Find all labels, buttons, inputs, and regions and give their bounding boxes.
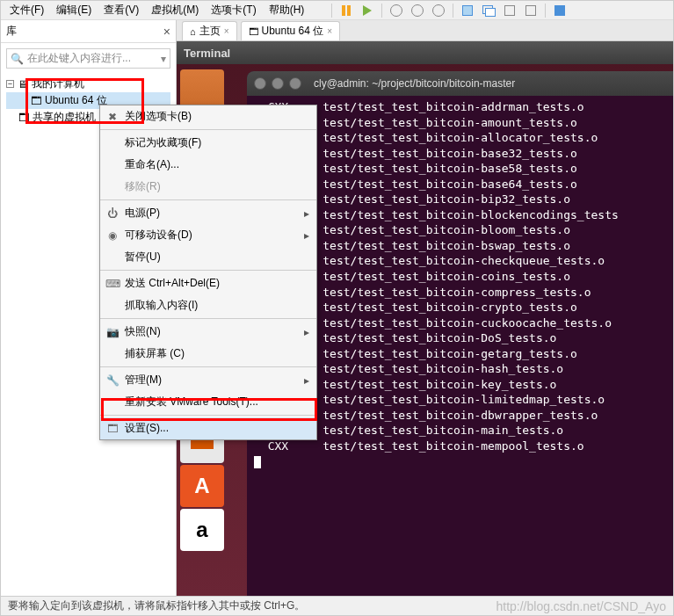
submenu-arrow-icon: ▸ (304, 207, 309, 220)
submenu-arrow-icon: ▸ (304, 374, 309, 387)
watermark: http://blog.csdn.net/CSND_Ayo (496, 599, 666, 613)
window-min-icon[interactable] (272, 77, 284, 90)
snapshot-mgr-icon[interactable] (430, 3, 447, 18)
tab-home[interactable]: ⌂ 主页 × (182, 21, 237, 40)
ctx-remove: 移除(R) (100, 176, 316, 198)
search-placeholder: 在此处键入内容进行... (27, 51, 131, 66)
submenu-arrow-icon: ▸ (304, 229, 309, 242)
computer-icon: 🖥 (18, 78, 28, 91)
home-icon: ⌂ (190, 26, 196, 37)
cd-icon: ◉ (105, 228, 120, 243)
ctx-send-cad[interactable]: ⌨发送 Ctrl+Alt+Del(E) (100, 272, 316, 294)
snapshot-icon[interactable] (388, 3, 405, 18)
statusbar: 要将输入定向到该虚拟机，请将鼠标指针移入其中或按 Ctrl+G。 http://… (1, 596, 673, 615)
menu-view[interactable]: 查看(V) (98, 1, 144, 19)
keyboard-icon: ⌨ (105, 277, 120, 291)
ctx-pause[interactable]: 暂停(U) (100, 246, 316, 268)
ctx-power[interactable]: ⏻电源(P)▸ (100, 202, 316, 224)
settings-icon: 🗔 (105, 422, 120, 436)
ctx-snapshot[interactable]: 📷快照(N)▸ (100, 321, 316, 343)
view2-icon[interactable] (480, 3, 497, 18)
terminal-titlebar: cly@admin: ~/project/bitcoin/bitcoin-mas… (247, 71, 673, 96)
window-max-icon[interactable] (289, 77, 301, 90)
ctx-manage[interactable]: 🔧管理(M)▸ (100, 369, 316, 391)
search-icon: 🔍 (11, 53, 24, 65)
snapshot-revert-icon[interactable] (409, 3, 426, 18)
vm-icon: 🗔 (31, 95, 41, 107)
tab-strip: ⌂ 主页 × 🗔 Ubuntu 64 位 × (177, 20, 673, 41)
vm-icon: 🗔 (249, 26, 258, 37)
close-tab-icon: ✖ (105, 110, 120, 124)
context-menu: ✖关闭选项卡(B) 标记为收藏项(F) 重命名(A)... 移除(R) ⏻电源(… (99, 105, 317, 440)
ctx-close-tab[interactable]: ✖关闭选项卡(B) (100, 105, 316, 127)
submenu-arrow-icon: ▸ (304, 326, 309, 338)
launcher-amazon[interactable]: a (180, 509, 224, 551)
view5-icon[interactable] (551, 3, 569, 18)
window-close-icon[interactable] (254, 77, 266, 90)
ctx-settings[interactable]: 🗔设置(S)... (100, 417, 316, 439)
ctx-favorite[interactable]: 标记为收藏项(F) (100, 132, 316, 154)
tree-root[interactable]: − 🖥 我的计算机 (6, 76, 170, 92)
chevron-down-icon: ▾ (161, 53, 166, 65)
menu-vm[interactable]: 虚拟机(M) (146, 1, 204, 19)
play-button[interactable] (359, 3, 376, 18)
toolbar (326, 1, 572, 20)
snapshot-icon: 📷 (105, 325, 120, 339)
library-title: 库 (6, 24, 17, 39)
view3-icon[interactable] (501, 3, 518, 18)
close-icon[interactable]: × (327, 26, 332, 36)
ctx-grab-input[interactable]: 抓取输入内容(I) (100, 294, 316, 316)
pause-button[interactable] (337, 3, 355, 18)
status-text: 要将输入定向到该虚拟机，请将鼠标指针移入其中或按 Ctrl+G。 (8, 598, 305, 613)
search-input[interactable]: 🔍 在此处键入内容进行... ▾ (6, 48, 170, 69)
ctx-reinstall-tools[interactable]: 重新安装 VMware Tools(T)... (100, 391, 316, 413)
power-icon: ⏻ (105, 207, 120, 221)
menu-file[interactable]: 文件(F) (4, 1, 49, 19)
gnome-menubar: Terminal (177, 41, 673, 64)
close-icon[interactable]: × (224, 26, 229, 36)
view1-icon[interactable] (459, 3, 476, 18)
wrench-icon: 🔧 (105, 373, 120, 388)
view4-icon[interactable] (522, 3, 540, 18)
menu-edit[interactable]: 编辑(E) (51, 1, 97, 19)
launcher-software[interactable]: A (180, 465, 224, 507)
menu-tabs[interactable]: 选项卡(T) (206, 1, 261, 19)
close-icon[interactable]: × (163, 25, 170, 39)
tab-vm[interactable]: 🗔 Ubuntu 64 位 × (241, 21, 341, 40)
menu-help[interactable]: 帮助(H) (264, 1, 310, 19)
shared-icon: 🗔 (18, 112, 29, 124)
ctx-capture[interactable]: 捕获屏幕 (C) (100, 343, 316, 365)
ctx-rename[interactable]: 重命名(A)... (100, 154, 316, 176)
ctx-removable[interactable]: ◉可移动设备(D)▸ (100, 224, 316, 246)
